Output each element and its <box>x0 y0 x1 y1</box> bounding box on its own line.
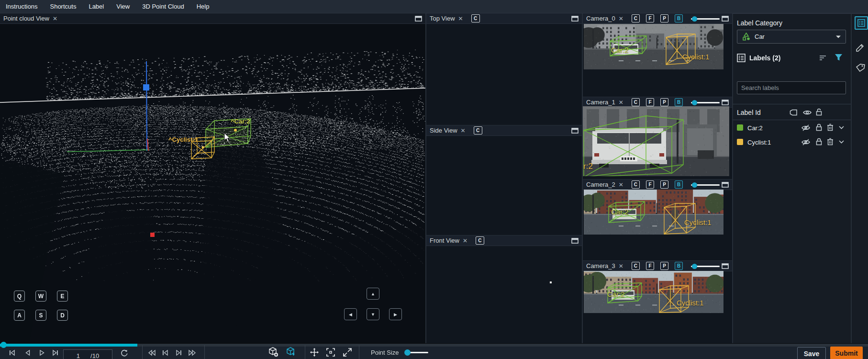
maximize-icon[interactable] <box>571 238 579 244</box>
search-labels-input[interactable] <box>737 81 846 94</box>
camera-1-opacity-slider[interactable] <box>691 99 718 106</box>
save-button[interactable]: Save <box>797 347 826 359</box>
maximize-icon[interactable] <box>722 100 729 105</box>
labels-panel-toggle[interactable] <box>855 16 868 30</box>
maximize-icon[interactable] <box>415 16 422 22</box>
fast-forward-button[interactable] <box>187 348 197 358</box>
eye-off-icon[interactable] <box>801 139 810 146</box>
camera-1-c-button[interactable]: C <box>632 98 640 106</box>
hotkey-a[interactable]: A <box>14 310 25 321</box>
eye-icon[interactable] <box>803 109 812 116</box>
maximize-icon[interactable] <box>571 16 579 22</box>
camera-3-opacity-slider[interactable] <box>691 263 718 269</box>
camera-2-image[interactable] <box>584 190 723 235</box>
pan-right-button[interactable]: ▶ <box>389 308 402 320</box>
rewind-button[interactable] <box>146 348 157 358</box>
eye-off-icon[interactable] <box>801 124 810 131</box>
camera-3-header: Camera_3 ✕ C F P B <box>583 261 732 271</box>
lock-icon[interactable] <box>815 123 823 131</box>
camera-2-p-button[interactable]: P <box>660 180 668 189</box>
close-icon[interactable]: ✕ <box>461 128 466 134</box>
edit-pencil-icon[interactable] <box>856 43 865 52</box>
trash-icon[interactable] <box>827 138 834 146</box>
close-icon[interactable]: ✕ <box>53 16 57 22</box>
camera-1-title: Camera_1 <box>586 99 615 106</box>
pan-down-button[interactable]: ▼ <box>367 308 379 320</box>
camera-1-image[interactable] <box>583 106 729 176</box>
menu-instructions[interactable]: Instructions <box>6 3 37 10</box>
sort-icon[interactable] <box>819 55 827 61</box>
top-view-c-button[interactable]: C <box>471 14 480 22</box>
camera-0-image[interactable] <box>584 24 723 69</box>
step-forward-button[interactable] <box>173 348 184 358</box>
camera-3-c-button[interactable]: C <box>632 262 640 270</box>
add-cuboid-icon[interactable] <box>268 347 278 357</box>
point-size-slider[interactable] <box>404 349 428 356</box>
maximize-icon[interactable] <box>722 182 729 188</box>
maximize-icon[interactable] <box>571 128 579 134</box>
camera-0-p-button[interactable]: P <box>660 14 668 22</box>
pan-up-button[interactable]: ▲ <box>367 288 379 300</box>
maximize-icon[interactable] <box>722 263 729 269</box>
maximize-icon[interactable] <box>722 16 729 22</box>
close-icon[interactable]: ✕ <box>458 16 463 22</box>
filter-icon[interactable] <box>835 54 843 61</box>
tag-strip-icon[interactable] <box>856 63 865 72</box>
frame-scrubber[interactable] <box>0 344 868 347</box>
camera-3-p-button[interactable]: P <box>660 262 668 270</box>
camera-1-b-button[interactable]: B <box>675 98 683 106</box>
close-icon[interactable]: ✕ <box>619 182 623 188</box>
hotkey-w[interactable]: W <box>35 291 46 302</box>
camera-3-b-button[interactable]: B <box>675 262 683 270</box>
submit-button[interactable]: Submit <box>830 347 863 359</box>
chevron-down-icon[interactable] <box>839 140 844 144</box>
side-view-c-button[interactable]: C <box>474 126 482 135</box>
close-icon[interactable]: ✕ <box>619 16 623 22</box>
menu-3d-point-cloud[interactable]: 3D Point Cloud <box>142 3 184 10</box>
close-icon[interactable]: ✕ <box>619 263 623 269</box>
step-back-button[interactable] <box>160 348 170 358</box>
close-icon[interactable]: ✕ <box>463 238 467 244</box>
frame-counter[interactable]: 1 /10 <box>63 349 112 359</box>
camera-0-b-button[interactable]: B <box>675 14 683 22</box>
camera-2-b-button[interactable]: B <box>675 180 683 189</box>
camera-2-c-button[interactable]: C <box>632 180 640 189</box>
trash-icon[interactable] <box>827 123 834 131</box>
close-icon[interactable]: ✕ <box>619 100 623 105</box>
skip-to-start-button[interactable] <box>7 348 17 358</box>
hotkey-d[interactable]: D <box>57 310 68 321</box>
move-tool-icon[interactable] <box>309 347 320 358</box>
lock-icon[interactable] <box>815 138 823 146</box>
point-cloud-panel-header: Point cloud View ✕ <box>0 13 425 24</box>
tag-icon[interactable] <box>790 109 798 116</box>
camera-3-f-button[interactable]: F <box>646 262 654 270</box>
menu-label[interactable]: Label <box>89 3 104 10</box>
chevron-down-icon[interactable] <box>839 126 844 129</box>
camera-1-p-button[interactable]: P <box>660 98 668 106</box>
camera-2-opacity-slider[interactable] <box>691 181 718 188</box>
camera-0-c-button[interactable]: C <box>632 14 640 22</box>
edit-cuboid-icon[interactable] <box>286 347 296 357</box>
label-category-dropdown[interactable]: Car <box>737 30 846 44</box>
previous-frame-button[interactable] <box>22 348 33 358</box>
camera-2-f-button[interactable]: F <box>646 180 654 189</box>
camera-3-image[interactable] <box>584 271 723 313</box>
frame-object-icon[interactable] <box>325 347 336 358</box>
menu-help[interactable]: Help <box>197 3 210 10</box>
next-frame-button[interactable] <box>50 348 60 358</box>
hotkey-e[interactable]: E <box>57 291 68 302</box>
camera-1-f-button[interactable]: F <box>646 98 654 106</box>
hotkey-q[interactable]: Q <box>14 291 25 302</box>
hotkey-s[interactable]: S <box>35 310 46 321</box>
fullscreen-icon[interactable] <box>342 347 353 358</box>
front-view-c-button[interactable]: C <box>476 236 484 245</box>
pan-left-button[interactable]: ◀ <box>344 308 357 320</box>
menu-view[interactable]: View <box>116 3 130 10</box>
loop-icon[interactable] <box>119 348 129 358</box>
menu-shortcuts[interactable]: Shortcuts <box>50 3 76 10</box>
camera-0-opacity-slider[interactable] <box>691 15 718 22</box>
unlock-icon[interactable] <box>815 108 823 116</box>
frame-scrubber-knob[interactable] <box>0 342 7 348</box>
camera-0-f-button[interactable]: F <box>646 14 654 22</box>
play-button[interactable] <box>36 348 47 358</box>
